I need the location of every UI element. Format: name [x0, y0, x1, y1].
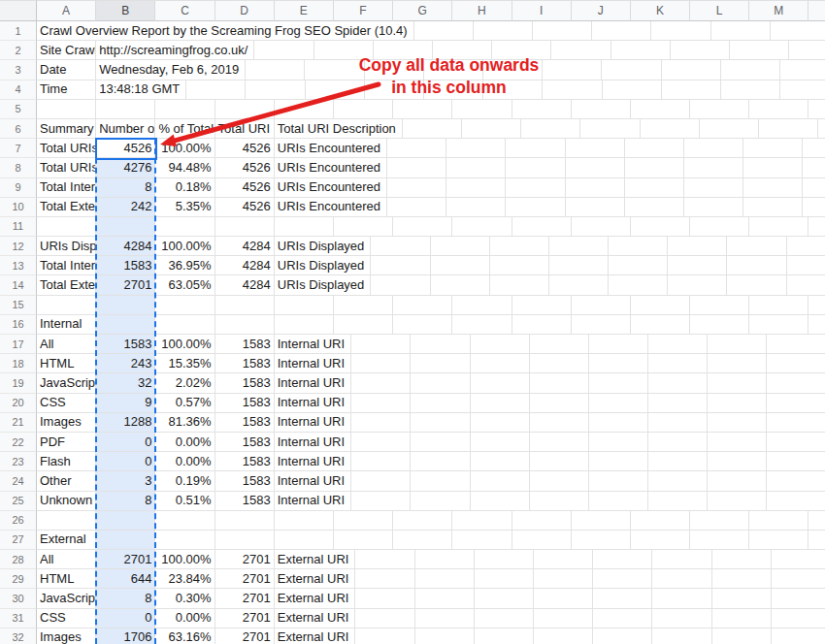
row-header-25[interactable]: 25	[0, 492, 37, 511]
cell-E22[interactable]: Internal URI	[275, 433, 351, 452]
cell-C3[interactable]	[246, 60, 305, 80]
cell-A22[interactable]: PDF	[37, 433, 96, 452]
cell-A29[interactable]: HTML	[37, 569, 96, 589]
cell-K5[interactable]	[631, 100, 690, 119]
cell-K11[interactable]	[631, 217, 690, 237]
cell-C14[interactable]: 63.05%	[155, 275, 214, 295]
cell-F4[interactable]	[365, 80, 424, 100]
row-header-23[interactable]: 23	[0, 452, 37, 471]
cell-H11[interactable]	[452, 217, 512, 237]
column-header-K[interactable]: K	[631, 0, 690, 21]
cell-L31[interactable]	[712, 609, 772, 628]
cell-C10[interactable]: 5.35%	[155, 198, 214, 217]
cell-G11[interactable]	[393, 217, 452, 237]
cell-E5[interactable]	[275, 100, 334, 119]
column-header-L[interactable]: L	[690, 0, 749, 21]
cell-M26[interactable]	[749, 511, 808, 531]
cell-I30[interactable]	[534, 589, 593, 608]
cell-N27[interactable]	[808, 531, 825, 550]
cell-A5[interactable]	[37, 100, 96, 119]
cell-L9[interactable]	[743, 178, 803, 198]
cell-L3[interactable]	[780, 60, 825, 80]
cell-I26[interactable]	[512, 511, 572, 531]
row-header-1[interactable]: 1	[0, 21, 37, 41]
cell-G14[interactable]	[431, 275, 490, 295]
row-header-22[interactable]: 22	[0, 433, 37, 452]
cell-H12[interactable]	[490, 237, 549, 256]
cell-F25[interactable]	[351, 492, 411, 511]
cell-J17[interactable]	[589, 335, 648, 354]
cell-G8[interactable]	[446, 158, 506, 177]
cell-G6[interactable]	[462, 119, 521, 139]
cell-E30[interactable]: External URI	[275, 589, 356, 608]
cell-J12[interactable]	[609, 237, 668, 256]
cell-N5[interactable]	[808, 100, 825, 119]
cell-K24[interactable]	[648, 471, 708, 491]
cell-A26[interactable]	[37, 511, 96, 531]
cell-G7[interactable]	[446, 139, 506, 158]
cell-A20[interactable]: CSS	[37, 394, 96, 413]
cell-A17[interactable]: All	[37, 335, 96, 354]
cell-H28[interactable]	[475, 550, 534, 569]
cell-H24[interactable]	[471, 471, 530, 491]
cell-B5[interactable]	[96, 100, 155, 119]
cell-G30[interactable]	[415, 589, 475, 608]
column-header-E[interactable]: E	[275, 0, 334, 21]
cell-E8[interactable]: URIs Encountered	[275, 158, 387, 177]
cell-C32[interactable]: 63.16%	[155, 628, 214, 644]
cell-M31[interactable]	[772, 609, 825, 628]
cell-E18[interactable]: Internal URI	[275, 354, 351, 373]
cell-B29[interactable]: 644	[96, 569, 155, 589]
cell-F6[interactable]	[403, 119, 462, 139]
cell-M10[interactable]	[803, 198, 825, 217]
cell-D31[interactable]: 2701	[215, 609, 275, 628]
cell-C5[interactable]	[155, 100, 214, 119]
cell-D12[interactable]: 4284	[215, 237, 275, 256]
row-header-15[interactable]: 15	[0, 296, 37, 315]
cell-C7[interactable]: 100.00%	[155, 139, 214, 158]
cell-I5[interactable]	[512, 100, 572, 119]
cell-L18[interactable]	[708, 354, 767, 373]
cell-F19[interactable]	[351, 373, 411, 393]
cell-B13[interactable]: 1583	[96, 256, 155, 275]
cell-E2[interactable]	[374, 41, 433, 60]
cell-C29[interactable]: 23.84%	[155, 569, 214, 589]
row-header-6[interactable]: 6	[0, 119, 37, 139]
cell-J21[interactable]	[589, 413, 648, 433]
cell-F16[interactable]	[334, 315, 393, 335]
cell-I3[interactable]	[602, 60, 661, 80]
cell-G9[interactable]	[446, 178, 506, 198]
cell-C1[interactable]	[474, 21, 533, 41]
cell-B24[interactable]: 3	[96, 471, 155, 491]
cell-J20[interactable]	[589, 394, 648, 413]
cell-D20[interactable]: 1583	[215, 394, 275, 413]
column-header-H[interactable]: H	[452, 0, 512, 21]
cell-K2[interactable]	[730, 41, 789, 60]
cell-C11[interactable]	[155, 217, 214, 237]
cell-H14[interactable]	[490, 275, 549, 295]
cell-K16[interactable]	[631, 315, 690, 335]
cell-D17[interactable]: 1583	[215, 335, 275, 354]
cell-M28[interactable]	[772, 550, 825, 569]
column-header-J[interactable]: J	[572, 0, 631, 21]
cell-E24[interactable]: Internal URI	[275, 471, 351, 491]
cell-H9[interactable]	[506, 178, 565, 198]
cell-B20[interactable]: 9	[96, 394, 155, 413]
cell-H16[interactable]	[452, 315, 512, 335]
column-header-D[interactable]: D	[215, 0, 275, 21]
cell-M27[interactable]	[749, 531, 808, 550]
cell-C16[interactable]	[155, 315, 214, 335]
column-header-C[interactable]: C	[155, 0, 214, 21]
cell-H31[interactable]	[475, 609, 534, 628]
cell-B17[interactable]: 1583	[96, 335, 155, 354]
cell-A14[interactable]: Total External URIs	[37, 275, 96, 295]
cell-C13[interactable]: 36.95%	[155, 256, 214, 275]
cell-G23[interactable]	[411, 452, 470, 471]
cell-G3[interactable]	[483, 60, 543, 80]
cell-M15[interactable]	[749, 296, 808, 315]
cell-F18[interactable]	[351, 354, 411, 373]
cell-B1[interactable]	[414, 21, 474, 41]
cell-E19[interactable]: Internal URI	[275, 373, 351, 393]
cell-J15[interactable]	[572, 296, 631, 315]
cell-I9[interactable]	[566, 178, 625, 198]
